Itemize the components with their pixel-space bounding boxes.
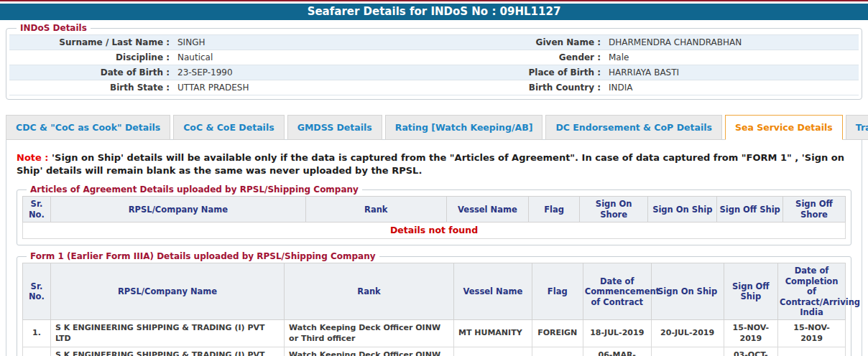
- note-prefix: Note :: [17, 152, 49, 163]
- articles-of-agreement-legend: Articles of Agreement Details uploaded b…: [27, 184, 362, 195]
- table-row: 1. S K ENGINEERING SHIPPING & TRADING (I…: [23, 320, 846, 347]
- cell-sign-off-ship: 03-OCT-2018: [724, 347, 778, 356]
- col-sign-off-ship: Sign Off Ship: [724, 263, 778, 320]
- tab-gmdss[interactable]: GMDSS Details: [287, 115, 382, 140]
- cell-flag: FOREIGN: [532, 347, 583, 356]
- form1-fieldset: Form 1 (Earlier Form IIIA) Details uploa…: [17, 251, 851, 356]
- page-title: Seafarer Details for INDoS No : 09HL1127: [0, 4, 868, 20]
- note-text: 'Sign on Ship' details will be available…: [17, 152, 844, 176]
- cell-commencement: 06-MAR-2018: [583, 347, 651, 356]
- cell-sr-no: 2.: [23, 347, 51, 356]
- gender-label: Gender :: [440, 52, 604, 62]
- sign-on-ship-note: Note : 'Sign on Ship' details will be av…: [17, 151, 851, 177]
- col-sr-no: Sr. No.: [23, 263, 51, 320]
- tab-rating-watch-keeping[interactable]: Rating [Watch Keeping/AB]: [385, 115, 543, 140]
- birth-state-value: UTTAR PRADESH: [173, 83, 440, 93]
- form1-table: Sr. No. RPSL/Company Name Rank Vessel Na…: [22, 263, 846, 356]
- given-name-label: Given Name :: [440, 37, 604, 47]
- articles-header-row: Sr. No. RPSL/Company Name Rank Vessel Na…: [23, 197, 846, 222]
- col-flag: Flag: [529, 197, 580, 222]
- cell-sign-on-ship: [651, 347, 724, 356]
- info-row-birth: Date of Birth : 23-SEP-1990 Place of Bir…: [9, 65, 859, 80]
- sea-service-panel: Note : 'Sign on Ship' details will be av…: [6, 139, 862, 356]
- surname-label: Surname / Last Name :: [9, 37, 173, 47]
- form1-header-row: Sr. No. RPSL/Company Name Rank Vessel Na…: [23, 263, 846, 320]
- place-of-birth-value: HARRIAYA BASTI: [604, 67, 859, 78]
- cell-completion: 04-OCT-2018: [778, 347, 846, 356]
- indos-details-fieldset: INDoS Details Surname / Last Name : SING…: [6, 23, 862, 100]
- tab-coc-coe[interactable]: CoC & CoE Details: [173, 115, 284, 140]
- cell-completion: 15-NOV-2019: [778, 320, 846, 347]
- form1-legend: Form 1 (Earlier Form IIIA) Details uploa…: [27, 251, 379, 261]
- cell-vessel: MT FELICITY: [453, 347, 532, 356]
- cell-company: S K ENGINEERING SHIPPING & TRADING (I) P…: [50, 320, 284, 347]
- col-date-completion: Date of Completion of Contract/Arriving …: [778, 263, 846, 320]
- cell-flag: FOREIGN: [532, 320, 583, 347]
- birth-country-value: INDIA: [604, 83, 859, 93]
- col-company: RPSL/Company Name: [50, 263, 284, 320]
- surname-value: SINGH: [173, 37, 440, 47]
- place-of-birth-label: Place of Birth :: [440, 67, 604, 78]
- dob-label: Date of Birth :: [9, 67, 173, 78]
- col-company: RPSL/Company Name: [50, 197, 305, 222]
- col-sign-off-shore: Sign Off Shore: [782, 197, 845, 222]
- col-sign-on-shore: Sign On Shore: [580, 197, 648, 222]
- cell-company: S K ENGINEERING SHIPPING & TRADING (I) P…: [50, 347, 284, 356]
- info-row-discipline: Discipline : Nautical Gender : Male: [9, 50, 859, 65]
- col-sign-on-ship: Sign On Ship: [651, 263, 724, 320]
- col-vessel: Vessel Name: [446, 197, 529, 222]
- dob-value: 23-SEP-1990: [173, 67, 440, 78]
- cell-rank: Watch Keeping Deck Officer OINW or Third…: [285, 347, 454, 356]
- cell-sign-off-ship: 15-NOV-2019: [724, 320, 778, 347]
- details-not-found-message: Details not found: [23, 222, 846, 239]
- given-name-value: DHARMENDRA CHANDRABHAN: [604, 37, 859, 47]
- top-accent-line: [0, 0, 868, 1]
- cell-commencement: 18-JUL-2019: [583, 320, 651, 347]
- tab-training[interactable]: Training Details: [846, 115, 868, 140]
- tab-sea-service[interactable]: Sea Service Details: [725, 115, 843, 140]
- birth-state-label: Birth State :: [9, 83, 173, 93]
- tab-cdc-coc-as-cook[interactable]: CDC & "CoC as Cook" Details: [6, 115, 170, 140]
- articles-of-agreement-table: Sr. No. RPSL/Company Name Rank Vessel Na…: [22, 196, 846, 239]
- info-row-name: Surname / Last Name : SINGH Given Name :…: [9, 34, 859, 50]
- col-vessel: Vessel Name: [453, 263, 532, 320]
- birth-country-label: Birth Country :: [440, 83, 604, 93]
- col-flag: Flag: [532, 263, 583, 320]
- col-sr-no: Sr. No.: [23, 197, 51, 222]
- cell-rank: Watch Keeping Deck Officer OINW or Third…: [285, 320, 454, 347]
- discipline-label: Discipline :: [9, 52, 173, 62]
- tab-dc-endorsement-cop[interactable]: DC Endorsement & CoP Details: [545, 115, 722, 140]
- gender-value: Male: [604, 52, 859, 62]
- empty-row: Details not found: [23, 222, 846, 239]
- details-tabbar: CDC & "CoC as Cook" Details CoC & CoE De…: [6, 115, 862, 140]
- col-rank: Rank: [305, 197, 446, 222]
- table-row: 2. S K ENGINEERING SHIPPING & TRADING (I…: [23, 347, 846, 356]
- col-sign-on-ship: Sign On Ship: [648, 197, 717, 222]
- discipline-value: Nautical: [173, 52, 440, 62]
- col-rank: Rank: [285, 263, 454, 320]
- col-sign-off-ship: Sign Off Ship: [717, 197, 783, 222]
- articles-of-agreement-fieldset: Articles of Agreement Details uploaded b…: [17, 184, 851, 245]
- info-row-state-country: Birth State : UTTAR PRADESH Birth Countr…: [9, 80, 859, 95]
- indos-details-legend: INDoS Details: [17, 23, 91, 33]
- col-date-commencement: Date of Commencement of Contract: [583, 263, 651, 320]
- cell-sign-on-ship: 20-JUL-2019: [651, 320, 724, 347]
- cell-vessel: MT HUMANITY: [453, 320, 532, 347]
- cell-sr-no: 1.: [23, 320, 51, 347]
